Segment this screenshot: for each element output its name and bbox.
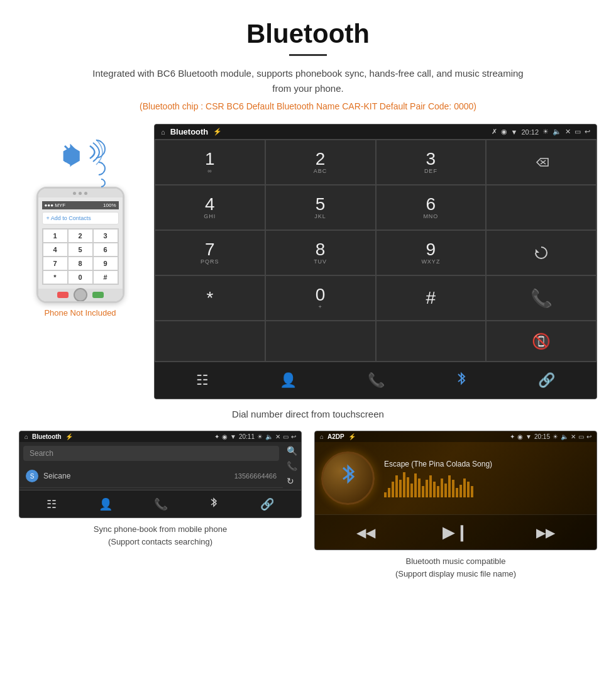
music-vol-icon[interactable]: 🔈 (561, 433, 568, 440)
dial-key-star[interactable]: * (155, 275, 265, 321)
digit-7: 7 (205, 241, 215, 258)
home-icon[interactable]: ⌂ (161, 128, 165, 136)
music-cam-icon[interactable]: ☀ (553, 433, 558, 440)
phone-section: ⬢ ● (19, 124, 141, 318)
phone-key-hash[interactable]: # (94, 271, 118, 284)
visualizer-bar (403, 472, 405, 497)
digit-3: 3 (426, 150, 436, 168)
pb-nav-person[interactable]: 👤 (99, 497, 113, 511)
end-call-icon: 📵 (532, 333, 551, 350)
sub-voicemail: ∞ (207, 168, 212, 174)
signal-icon: ▼ (511, 128, 518, 136)
dialpad-grid: 1 ∞ 2 ABC 3 DEF 4 GHI (155, 139, 597, 321)
dial-key-reload[interactable] (486, 230, 597, 275)
pb-nav-grid[interactable]: ☷ (47, 497, 57, 511)
pb-back-icon[interactable]: ↩ (291, 433, 296, 440)
pb-home-icon[interactable]: ⌂ (25, 433, 28, 440)
dial-key-end-call[interactable]: 📵 (486, 321, 597, 362)
dial-key-2[interactable]: 2 ABC (265, 140, 376, 185)
phone-key-4[interactable]: 4 (43, 243, 67, 256)
visualizer-bar (414, 473, 417, 497)
bt-svg-icon (58, 140, 84, 171)
camera-icon[interactable]: ☀ (542, 128, 549, 136)
dial-key-3[interactable]: 3 DEF (376, 140, 487, 185)
visualizer-bar (437, 486, 439, 497)
digit-1: 1 (205, 150, 215, 168)
android-dialpad-screen: ⌂ Bluetooth ⚡ ✗ ◉ ▼ 20:12 ☀ 🔈 ✕ ▭ ↩ 1 ∞ (154, 124, 597, 399)
pb-nav-phone[interactable]: 📞 (154, 497, 168, 511)
phone-key-3[interactable]: 3 (94, 230, 118, 242)
pb-vol-icon[interactable]: 🔈 (265, 433, 273, 440)
music-close-icon[interactable]: ✕ (571, 433, 576, 440)
dial-key-backspace[interactable] (486, 140, 597, 185)
nav-bt-svg (456, 371, 467, 386)
chip-info: (Bluetooth chip : CSR BC6 Default Blueto… (13, 101, 603, 111)
window-icon[interactable]: ▭ (575, 128, 581, 136)
nav-contacts-icon[interactable]: 👤 (280, 372, 297, 389)
pb-call-icon[interactable]: 📞 (287, 461, 297, 471)
pb-search-bar[interactable]: Search (23, 446, 279, 461)
dial-key-call-green[interactable]: 📞 (486, 275, 597, 321)
pb-refresh-icon[interactable]: ↻ (287, 476, 297, 486)
dial-key-7[interactable]: 7 PQRS (155, 230, 265, 275)
visualizer-bar (384, 492, 387, 497)
dial-key-4[interactable]: 4 GHI (155, 185, 265, 230)
nav-link-icon[interactable]: 🔗 (538, 372, 555, 389)
digit-hash: # (426, 289, 436, 307)
phone-key-8[interactable]: 8 (69, 257, 92, 270)
pb-search-icon[interactable]: 🔍 (287, 446, 297, 456)
phone-key-5[interactable]: 5 (69, 243, 92, 256)
digit-5: 5 (316, 196, 326, 213)
visualizer-bar (441, 479, 443, 497)
phone-call-button[interactable] (92, 292, 104, 298)
music-home-icon[interactable]: ⌂ (320, 433, 324, 440)
contact-row-seicane[interactable]: S Seicane 13566664466 (19, 465, 283, 488)
nav-bluetooth-icon[interactable] (456, 371, 467, 390)
phone-key-9[interactable]: 9 (94, 257, 118, 270)
nav-dialpad-icon[interactable]: ☷ (196, 372, 209, 389)
pb-win-icon[interactable]: ▭ (283, 433, 289, 440)
phone-key-star[interactable]: * (43, 271, 67, 284)
music-caption: Bluetooth music compatible(Support displ… (395, 555, 516, 580)
prev-track-icon[interactable]: ◀◀ (356, 525, 375, 540)
nav-phone-icon[interactable]: 📞 (368, 372, 385, 389)
pb-nav-link[interactable]: 🔗 (260, 497, 274, 511)
pb-nav-bt[interactable] (209, 497, 218, 511)
music-win-icon[interactable]: ▭ (578, 433, 584, 440)
phone-key-7[interactable]: 7 (43, 257, 67, 270)
close-icon[interactable]: ✕ (565, 128, 571, 136)
music-back-icon[interactable]: ↩ (586, 433, 591, 440)
dial-key-9[interactable]: 9 WXYZ (376, 230, 487, 275)
phone-key-1[interactable]: 1 (43, 230, 67, 242)
dial-key-5[interactable]: 5 JKL (265, 185, 376, 230)
dial-key-0[interactable]: 0 + (265, 275, 376, 321)
digit-2: 2 (316, 150, 326, 168)
phone-status-bar: ●●● MYF 100% (42, 201, 119, 209)
pb-status-bar: ⌂ Bluetooth ⚡ ✦ ◉ ▼ 20:11 ☀ 🔈 ✕ ▭ ↩ (19, 431, 301, 442)
visualizer-bar (429, 475, 432, 497)
phone-key-2[interactable]: 2 (69, 230, 92, 242)
phone-key-0[interactable]: 0 (69, 271, 92, 284)
dial-key-hash[interactable]: # (376, 275, 487, 321)
visualizer-bar (410, 484, 413, 497)
phone-home-button[interactable] (74, 288, 87, 302)
dial-key-8[interactable]: 8 TUV (265, 230, 376, 275)
dial-key-1[interactable]: 1 ∞ (155, 140, 265, 185)
play-pause-icon[interactable]: ▶❙ (443, 523, 469, 542)
music-panel: ⌂ A2DP ⚡ ✦ ◉ ▼ 20:15 ☀ 🔈 ✕ ▭ ↩ (314, 431, 597, 580)
pb-close-icon[interactable]: ✕ (275, 433, 280, 440)
phone-end-button[interactable] (57, 292, 69, 298)
phone-key-6[interactable]: 6 (94, 243, 118, 256)
sub-plus: + (318, 304, 322, 310)
pb-cam-icon[interactable]: ☀ (257, 433, 263, 440)
next-track-icon[interactable]: ▶▶ (536, 525, 555, 540)
back-icon[interactable]: ↩ (585, 128, 590, 136)
wave-small (95, 177, 107, 189)
sub-tuv: TUV (314, 258, 327, 265)
location-icon: ◉ (501, 128, 507, 136)
visualizer-bar (392, 482, 394, 497)
dial-key-6[interactable]: 6 MNO (376, 185, 487, 230)
status-left: ⌂ Bluetooth ⚡ (161, 127, 222, 136)
volume-icon[interactable]: 🔈 (553, 128, 561, 136)
phonebook-screen: ⌂ Bluetooth ⚡ ✦ ◉ ▼ 20:11 ☀ 🔈 ✕ ▭ ↩ (19, 431, 302, 518)
